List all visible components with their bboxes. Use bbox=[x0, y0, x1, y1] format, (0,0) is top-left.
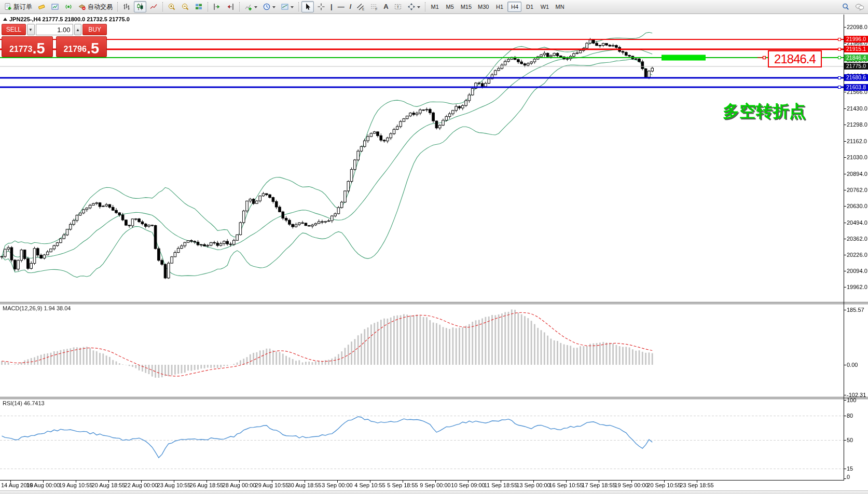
sell-price-box[interactable]: 21773 .5 bbox=[2, 36, 53, 57]
search-button[interactable] bbox=[839, 1, 852, 12]
text-tool-button[interactable]: A bbox=[381, 1, 390, 12]
chart-canvas[interactable] bbox=[0, 15, 868, 483]
volume-increase-button[interactable]: ▲ bbox=[74, 24, 82, 35]
rsi-axis-tick: 50 bbox=[847, 437, 853, 443]
cursor-icon bbox=[304, 3, 312, 11]
toolbar-separator bbox=[208, 2, 208, 11]
chat-button[interactable] bbox=[853, 1, 866, 12]
fibonacci-icon: F bbox=[370, 3, 378, 11]
dropdown-caret-icon bbox=[272, 6, 275, 10]
autoscroll-icon bbox=[213, 3, 221, 11]
autotrading-button[interactable]: 自动交易 bbox=[76, 1, 115, 12]
candlestick-chart-button[interactable] bbox=[134, 1, 146, 12]
timeframe-button-m5[interactable]: M5 bbox=[443, 2, 457, 12]
buy-button[interactable]: BUY bbox=[82, 24, 107, 35]
fibonacci-tool-button[interactable]: F bbox=[368, 1, 380, 12]
trendline-tool-button[interactable]: / bbox=[348, 1, 354, 12]
chat-icon bbox=[855, 3, 864, 11]
price-tag-21603.8: 21603.8 bbox=[844, 84, 868, 91]
dropdown-caret-icon bbox=[417, 6, 420, 10]
rsi-indicator-label: RSI(14) 46.7413 bbox=[3, 400, 45, 406]
autoscroll-button[interactable] bbox=[211, 1, 223, 12]
price-axis-tick: 20894.0 bbox=[847, 171, 867, 177]
time-axis-label: 16 Sep 10:55 bbox=[549, 482, 583, 488]
cursor-tool-button[interactable] bbox=[301, 1, 314, 12]
time-axis-label: 26 Aug 18:55 bbox=[190, 482, 224, 488]
timeframe-button-d1[interactable]: D1 bbox=[522, 2, 536, 12]
charts-button[interactable] bbox=[49, 1, 61, 12]
crosshair-tool-button[interactable] bbox=[315, 1, 327, 12]
price-axis-tick: 20630.0 bbox=[847, 203, 867, 209]
price-axis-tick: 21162.0 bbox=[847, 138, 867, 144]
time-axis-label: 3 Sep 00:00 bbox=[322, 482, 352, 488]
symbol-ohlc-bar[interactable]: JPN225-,H4 21777.5 21800.0 21732.5 21775… bbox=[3, 16, 130, 22]
candlestick-chart-icon bbox=[136, 3, 144, 11]
time-axis-label: 17 Sep 18:55 bbox=[582, 482, 615, 488]
chart-shift-icon bbox=[226, 3, 235, 11]
svg-text:F: F bbox=[376, 7, 378, 11]
price-axis-tick: 21430.0 bbox=[847, 105, 867, 112]
styler-button[interactable] bbox=[35, 1, 48, 12]
timeframe-button-m15[interactable]: M15 bbox=[458, 2, 474, 12]
horizontal-line-tool-button[interactable]: — bbox=[336, 1, 347, 12]
timeframe-button-mn[interactable]: MN bbox=[553, 2, 567, 12]
dropdown-caret-icon bbox=[291, 6, 294, 10]
channel-tool-button[interactable]: E bbox=[354, 1, 367, 12]
price-axis-tick: 19962.0 bbox=[847, 284, 867, 290]
time-axis-label: 29 Aug 10:55 bbox=[255, 482, 289, 488]
arrows-icon bbox=[407, 3, 416, 11]
period-button[interactable] bbox=[260, 1, 278, 12]
indicators-button[interactable] bbox=[242, 1, 259, 12]
macd-axis-tick: 185.57 bbox=[847, 307, 864, 313]
price-axis-tick: 20094.0 bbox=[847, 268, 867, 274]
volume-input[interactable] bbox=[36, 24, 73, 35]
svg-text:E: E bbox=[362, 7, 365, 11]
price-tag-21680.6: 21680.6 bbox=[844, 74, 868, 81]
search-icon bbox=[842, 3, 850, 11]
timeframe-toolbar: M1M5M15M30H1H4D1W1MN bbox=[428, 2, 568, 12]
time-axis-label: 19 Sep 00:00 bbox=[614, 482, 648, 488]
timeframe-button-w1[interactable]: W1 bbox=[538, 2, 552, 12]
time-axis: 14 Aug 201916 Aug 00:0019 Aug 10:5520 Au… bbox=[0, 482, 868, 490]
text-label-tool-button[interactable]: T bbox=[392, 1, 404, 12]
horizontal-line-icon: — bbox=[338, 3, 345, 11]
time-axis-label: 23 Sep 18:55 bbox=[680, 482, 713, 488]
new-order-button[interactable]: 新订单 bbox=[2, 1, 34, 12]
one-click-trading-panel: SELL ▼ ▲ BUY 21773 .5 21796 .5 bbox=[2, 24, 107, 57]
timeframe-button-m1[interactable]: M1 bbox=[428, 2, 442, 12]
bar-chart-button[interactable] bbox=[120, 1, 133, 12]
toolbar-separator bbox=[425, 2, 425, 11]
rsi-axis-tick: 80 bbox=[847, 413, 853, 419]
templates-button[interactable] bbox=[279, 1, 296, 12]
svg-text:T: T bbox=[396, 5, 399, 9]
equidistant-channel-icon: E bbox=[356, 3, 365, 11]
timeframe-button-h1[interactable]: H1 bbox=[492, 2, 506, 12]
chinese-note-label[interactable]: 多空转折点 bbox=[723, 100, 806, 123]
toolbar-separator bbox=[117, 2, 118, 11]
time-axis-label: 4 Sep 10:55 bbox=[354, 482, 385, 488]
zoom-out-button[interactable] bbox=[179, 1, 191, 12]
price-axis-tick: 20362.0 bbox=[847, 236, 867, 242]
signals-button[interactable] bbox=[62, 1, 75, 12]
volume-decrease-button[interactable]: ▼ bbox=[27, 24, 35, 35]
price-axis-tick: 20494.0 bbox=[847, 219, 867, 226]
time-axis-label: 9 Sep 00:00 bbox=[420, 482, 450, 488]
sell-button[interactable]: SELL bbox=[2, 24, 26, 35]
tile-windows-button[interactable] bbox=[192, 1, 205, 12]
new-order-icon bbox=[4, 3, 12, 11]
buy-price-box[interactable]: 21796 .5 bbox=[56, 36, 107, 57]
time-axis-label: 20 Aug 18:55 bbox=[92, 482, 126, 488]
timeframe-button-h4[interactable]: H4 bbox=[507, 2, 521, 12]
line-chart-button[interactable] bbox=[147, 1, 160, 12]
toolbar-separator bbox=[298, 2, 299, 11]
mt4-terminal-window: { "toolbar": { "new_order_label": "新订单",… bbox=[0, 0, 868, 494]
chart-shift-button[interactable] bbox=[224, 1, 237, 12]
vertical-line-tool-button[interactable]: | bbox=[328, 1, 335, 12]
arrows-tool-button[interactable] bbox=[405, 1, 422, 12]
main-toolbar: 新订单 自动交易 bbox=[0, 0, 868, 14]
time-axis-label: 19 Aug 10:55 bbox=[59, 482, 93, 488]
price-callout-label[interactable]: 21846.4 bbox=[768, 50, 822, 67]
zoom-in-button[interactable] bbox=[166, 1, 178, 12]
timeframe-button-m30[interactable]: M30 bbox=[475, 2, 491, 12]
price-tag-21846.4: 21846.4 bbox=[844, 54, 868, 61]
